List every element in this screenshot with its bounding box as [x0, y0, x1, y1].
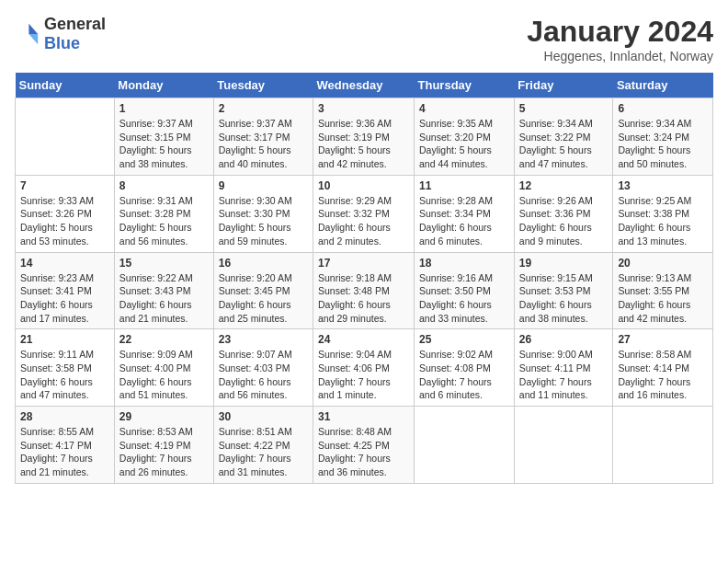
sunrise-text: Sunrise: 8:53 AM [119, 425, 209, 439]
day-info: Sunrise: 9:37 AMSunset: 3:17 PMDaylight:… [219, 117, 308, 171]
day-info: Sunrise: 8:51 AMSunset: 4:22 PMDaylight:… [219, 425, 308, 479]
sunrise-text: Sunrise: 9:00 AM [519, 348, 609, 362]
calendar-cell: 30Sunrise: 8:51 AMSunset: 4:22 PMDayligh… [213, 407, 313, 484]
sunset-text: Sunset: 3:55 PM [618, 284, 708, 298]
day-info: Sunrise: 9:09 AMSunset: 4:00 PMDaylight:… [119, 348, 209, 402]
calendar-cell [514, 407, 613, 484]
day-info: Sunrise: 9:18 AMSunset: 3:48 PMDaylight:… [318, 271, 409, 326]
sunset-text: Sunset: 3:26 PM [20, 207, 109, 221]
daylight-text: Daylight: 6 hours and 47 minutes. [20, 375, 109, 402]
daylight-text: Daylight: 6 hours and 25 minutes. [219, 298, 308, 325]
daylight-text: Daylight: 7 hours and 26 minutes. [119, 452, 209, 478]
logo-blue: Blue [44, 34, 80, 52]
sunrise-text: Sunrise: 8:55 AM [20, 425, 109, 439]
calendar-cell: 8Sunrise: 9:31 AMSunset: 3:28 PMDaylight… [114, 175, 213, 252]
day-info: Sunrise: 9:22 AMSunset: 3:43 PMDaylight:… [119, 271, 209, 326]
day-number: 21 [20, 333, 109, 346]
day-number: 24 [318, 333, 409, 346]
svg-marker-1 [28, 34, 38, 44]
sunset-text: Sunset: 3:38 PM [618, 207, 708, 221]
sunset-text: Sunset: 3:22 PM [519, 131, 609, 144]
weekday-header-thursday: Thursday [415, 73, 515, 98]
daylight-text: Daylight: 5 hours and 42 minutes. [318, 144, 409, 170]
weekday-header-wednesday: Wednesday [313, 73, 415, 98]
day-number: 30 [219, 410, 308, 423]
sunrise-text: Sunrise: 9:34 AM [519, 117, 609, 131]
daylight-text: Daylight: 5 hours and 38 minutes. [119, 144, 209, 170]
sunrise-text: Sunrise: 8:48 AM [318, 425, 409, 439]
day-number: 17 [318, 257, 409, 270]
calendar-cell: 5Sunrise: 9:34 AMSunset: 3:22 PMDaylight… [514, 98, 613, 176]
calendar-cell: 20Sunrise: 9:13 AMSunset: 3:55 PMDayligh… [613, 252, 713, 329]
calendar-cell: 4Sunrise: 9:35 AMSunset: 3:20 PMDaylight… [415, 98, 515, 176]
daylight-text: Daylight: 6 hours and 38 minutes. [519, 298, 609, 325]
weekday-header-row: SundayMondayTuesdayWednesdayThursdayFrid… [16, 73, 713, 98]
daylight-text: Daylight: 7 hours and 6 minutes. [419, 375, 509, 402]
day-number: 22 [119, 333, 209, 346]
day-info: Sunrise: 9:37 AMSunset: 3:15 PMDaylight:… [119, 117, 209, 171]
calendar-week-row: 7Sunrise: 9:33 AMSunset: 3:26 PMDaylight… [16, 175, 713, 252]
day-number: 2 [219, 102, 308, 115]
sunrise-text: Sunrise: 9:25 AM [618, 194, 708, 208]
day-number: 26 [519, 333, 609, 346]
day-info: Sunrise: 9:15 AMSunset: 3:53 PMDaylight:… [519, 271, 609, 326]
weekday-header-monday: Monday [114, 73, 213, 98]
day-info: Sunrise: 9:04 AMSunset: 4:06 PMDaylight:… [318, 348, 409, 402]
daylight-text: Daylight: 7 hours and 36 minutes. [318, 452, 409, 478]
sunrise-text: Sunrise: 9:33 AM [20, 194, 109, 208]
sunrise-text: Sunrise: 8:58 AM [618, 348, 708, 362]
daylight-text: Daylight: 5 hours and 56 minutes. [119, 221, 209, 247]
day-number: 5 [519, 102, 609, 115]
sunrise-text: Sunrise: 9:28 AM [419, 194, 509, 208]
day-info: Sunrise: 8:53 AMSunset: 4:19 PMDaylight:… [119, 425, 209, 479]
day-info: Sunrise: 9:02 AMSunset: 4:08 PMDaylight:… [419, 348, 509, 402]
sunset-text: Sunset: 3:15 PM [119, 131, 209, 144]
sunrise-text: Sunrise: 9:29 AM [318, 194, 409, 208]
day-number: 15 [119, 257, 209, 270]
calendar-cell [613, 407, 713, 484]
sunset-text: Sunset: 3:58 PM [20, 362, 109, 375]
daylight-text: Daylight: 6 hours and 6 minutes. [419, 221, 509, 247]
calendar-cell [16, 98, 115, 176]
sunset-text: Sunset: 3:50 PM [419, 284, 509, 298]
day-info: Sunrise: 9:23 AMSunset: 3:41 PMDaylight:… [20, 271, 109, 326]
calendar-cell: 19Sunrise: 9:15 AMSunset: 3:53 PMDayligh… [514, 252, 613, 329]
daylight-text: Daylight: 5 hours and 59 minutes. [219, 221, 308, 247]
day-number: 1 [119, 102, 209, 115]
sunset-text: Sunset: 3:48 PM [318, 284, 409, 298]
sunset-text: Sunset: 3:36 PM [519, 207, 609, 221]
calendar-cell: 9Sunrise: 9:30 AMSunset: 3:30 PMDaylight… [213, 175, 313, 252]
calendar-week-row: 21Sunrise: 9:11 AMSunset: 3:58 PMDayligh… [16, 329, 713, 407]
sunset-text: Sunset: 3:53 PM [519, 284, 609, 298]
svg-marker-0 [28, 24, 38, 34]
day-number: 18 [419, 257, 509, 270]
calendar-cell: 28Sunrise: 8:55 AMSunset: 4:17 PMDayligh… [16, 407, 115, 484]
sunset-text: Sunset: 3:28 PM [119, 207, 209, 221]
daylight-text: Daylight: 6 hours and 9 minutes. [519, 221, 609, 247]
calendar-cell: 7Sunrise: 9:33 AMSunset: 3:26 PMDaylight… [16, 175, 115, 252]
day-number: 8 [119, 179, 209, 192]
sunset-text: Sunset: 3:45 PM [219, 284, 308, 298]
day-info: Sunrise: 9:25 AMSunset: 3:38 PMDaylight:… [618, 194, 708, 248]
daylight-text: Daylight: 7 hours and 21 minutes. [20, 452, 109, 478]
daylight-text: Daylight: 6 hours and 13 minutes. [618, 221, 708, 247]
calendar-cell: 27Sunrise: 8:58 AMSunset: 4:14 PMDayligh… [613, 329, 713, 407]
calendar-cell: 11Sunrise: 9:28 AMSunset: 3:34 PMDayligh… [415, 175, 515, 252]
sunrise-text: Sunrise: 9:02 AM [419, 348, 509, 362]
day-number: 28 [20, 410, 109, 423]
daylight-text: Daylight: 7 hours and 1 minute. [318, 375, 409, 402]
sunset-text: Sunset: 4:06 PM [318, 362, 409, 375]
sunrise-text: Sunrise: 9:36 AM [318, 117, 409, 131]
day-number: 23 [219, 333, 308, 346]
calendar-cell: 10Sunrise: 9:29 AMSunset: 3:32 PMDayligh… [313, 175, 415, 252]
day-number: 12 [519, 179, 609, 192]
day-number: 29 [119, 410, 209, 423]
day-info: Sunrise: 9:35 AMSunset: 3:20 PMDaylight:… [419, 117, 509, 171]
day-number: 14 [20, 257, 109, 270]
logo-text: General Blue [44, 15, 106, 53]
sunrise-text: Sunrise: 9:04 AM [318, 348, 409, 362]
logo-general: General [44, 15, 106, 33]
sunset-text: Sunset: 3:20 PM [419, 131, 509, 144]
day-info: Sunrise: 9:13 AMSunset: 3:55 PMDaylight:… [618, 271, 708, 326]
day-info: Sunrise: 9:07 AMSunset: 4:03 PMDaylight:… [219, 348, 308, 402]
